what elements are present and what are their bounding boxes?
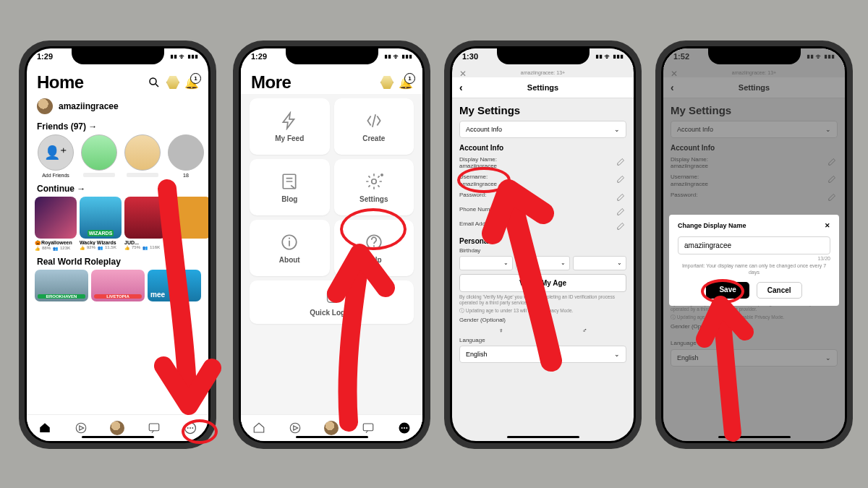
friend-item[interactable] <box>80 134 118 178</box>
game-name: D <box>169 240 208 245</box>
svg-line-1 <box>156 84 158 87</box>
game-name: Wacky Wizards <box>80 240 122 245</box>
notifications-icon[interactable]: 🔔1 <box>185 76 198 89</box>
change-displayname-modal: Change Display Name✕ amaziingracee 13/20… <box>669 215 839 306</box>
game-card[interactable]: mee <box>148 270 201 301</box>
svg-point-24 <box>406 427 407 429</box>
status-right: ▮▮ ᯤ ▮▮▮ <box>384 52 412 68</box>
username-label: amaziingracee <box>59 101 119 111</box>
edit-icon[interactable] <box>616 192 626 202</box>
edit-icon[interactable] <box>616 174 626 184</box>
bday-day[interactable]: ⌄ <box>516 256 569 270</box>
personal-header: Personal <box>459 237 626 245</box>
notifications-icon[interactable]: 🔔1 <box>399 76 412 89</box>
tile-label: Help <box>366 256 382 264</box>
svg-point-0 <box>150 78 156 85</box>
search-icon[interactable] <box>148 76 161 89</box>
svg-point-5 <box>187 427 189 429</box>
gender-label: Gender (Optional) <box>459 317 626 323</box>
modal-note: Important: Your display name can only be… <box>678 263 830 276</box>
continue-header[interactable]: Continue → <box>27 181 208 197</box>
field-label: Display Name: <box>459 156 497 163</box>
gender-female[interactable]: ♀ <box>498 327 503 334</box>
settings-heading: My Settings <box>459 104 626 116</box>
edit-icon[interactable] <box>616 206 626 216</box>
verify-fineprint: By clicking 'Verify My Age' you will be … <box>459 294 626 306</box>
displayname-input[interactable]: amaziingracee <box>678 236 830 254</box>
gender-male[interactable]: ♂ <box>582 327 587 334</box>
tab-discover[interactable] <box>286 419 305 437</box>
verify-age-button[interactable]: Verify My Age <box>459 274 626 292</box>
cancel-button[interactable]: Cancel <box>757 282 802 299</box>
chevron-down-icon: ⌄ <box>614 126 620 133</box>
tile-about[interactable]: About <box>250 220 330 276</box>
edit-icon[interactable] <box>616 156 626 166</box>
friend-label: Add Friends <box>37 173 75 178</box>
save-button[interactable]: Save <box>706 282 749 299</box>
tab-discover[interactable] <box>72 419 90 437</box>
dropdown-value: English <box>466 351 488 358</box>
tile-help[interactable]: Help <box>334 220 414 276</box>
account-info-header: Account Info <box>459 144 626 152</box>
modal-close-icon[interactable]: ✕ <box>825 222 830 229</box>
game-like: 88% <box>42 246 51 251</box>
friend-item[interactable] <box>124 134 161 178</box>
tile-blog[interactable]: Blog <box>250 159 330 215</box>
chevron-down-icon: ⌄ <box>614 351 620 358</box>
modal-title: Change Display Name <box>678 222 746 229</box>
page-title: Home <box>37 72 84 93</box>
tab-more[interactable] <box>181 419 200 437</box>
tile-myfeed[interactable]: My Feed <box>250 98 330 155</box>
realworld-header[interactable]: Real World Roleplay <box>27 254 208 270</box>
tab-home[interactable] <box>250 419 268 437</box>
tab-home[interactable] <box>35 419 54 437</box>
friends-header[interactable]: Friends (97) → <box>27 119 208 134</box>
game-card[interactable]: BROOKHAVEN <box>35 270 88 301</box>
add-friend-button[interactable]: 👤⁺Add Friends <box>37 134 75 178</box>
bday-month[interactable]: ⌄ <box>459 256 513 270</box>
tab-avatar[interactable] <box>108 419 127 437</box>
tile-label: Quick Log In <box>310 309 354 317</box>
svg-point-22 <box>401 427 403 429</box>
birthday-label: Birthday <box>459 247 626 254</box>
svg-point-7 <box>192 427 193 429</box>
bday-year[interactable]: ⌄ <box>573 256 626 270</box>
game-plays: 123K <box>60 246 70 251</box>
field-label: Password: <box>459 192 486 198</box>
robux-icon[interactable] <box>166 76 179 89</box>
field-label: Username: <box>459 174 488 180</box>
svg-point-11 <box>372 179 377 184</box>
account-tag: amaziingracee: 13+ <box>521 70 565 75</box>
profile-row[interactable]: amaziingracee <box>27 94 208 119</box>
tile-label: Create <box>362 134 385 142</box>
friend-item[interactable]: 18 <box>167 134 205 178</box>
game-label: BROOKHAVEN <box>38 294 85 299</box>
tab-more[interactable] <box>395 419 414 437</box>
tab-chat[interactable] <box>359 419 378 437</box>
field-value: amaziingracee <box>459 163 497 169</box>
tile-settings[interactable]: Settings <box>334 159 414 215</box>
tile-create[interactable]: Create <box>334 98 414 155</box>
game-plays: 11.5K <box>105 245 116 250</box>
settings-category-dropdown[interactable]: Account Info⌄ <box>459 121 626 138</box>
tab-avatar[interactable] <box>322 419 341 437</box>
friend-label: 18 <box>167 173 205 178</box>
game-name: 🎃Royalloween <box>35 240 77 246</box>
game-card[interactable]: WIZARDSWacky Wizards👍92%👥11.5K <box>80 197 122 251</box>
svg-point-16 <box>373 245 375 247</box>
game-like: 92% <box>87 245 95 250</box>
edit-icon[interactable] <box>616 221 626 231</box>
back-icon[interactable]: ‹ <box>459 82 463 93</box>
robux-icon[interactable] <box>380 76 393 89</box>
status-right: ▮▮ ᯤ ▮▮▮ <box>595 52 624 68</box>
game-card[interactable]: JUD...👍75%👥116K <box>124 197 166 251</box>
game-card[interactable]: LIVETOPIA <box>91 270 145 301</box>
svg-point-14 <box>289 237 290 239</box>
char-counter: 13/20 <box>678 256 830 261</box>
tab-chat[interactable] <box>145 419 163 437</box>
game-card[interactable]: 🎃Royalloween👍88%👥123K <box>35 197 77 251</box>
page-title: More <box>251 72 291 93</box>
language-dropdown[interactable]: English⌄ <box>459 346 626 363</box>
game-card[interactable]: D <box>169 197 208 251</box>
tile-quicklogin[interactable]: Quick Log In <box>250 281 414 324</box>
